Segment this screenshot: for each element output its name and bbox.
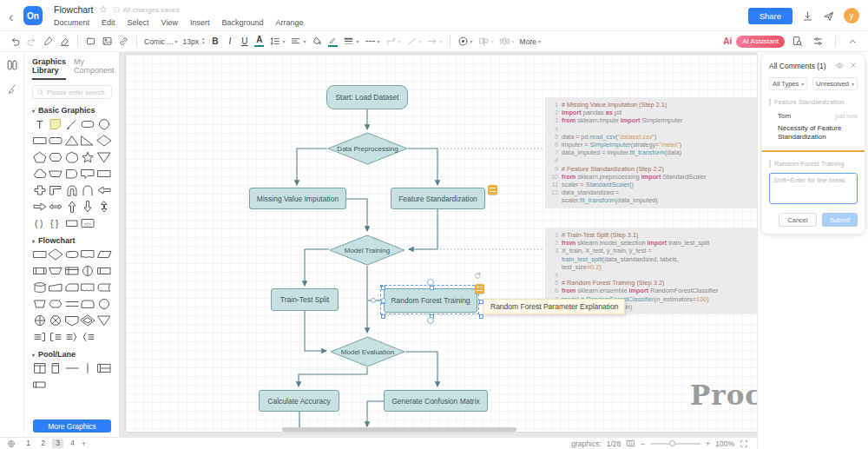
flow-node-ca[interactable]: Calculate Accuracy [259, 390, 339, 412]
connection-port[interactable] [371, 298, 376, 303]
comment-marker-icon[interactable] [488, 185, 497, 195]
shape-wavydoc[interactable] [80, 281, 95, 294]
shape-parallel[interactable] [64, 297, 80, 310]
flow-node-tts[interactable]: Train-Test Split [271, 288, 339, 311]
fullscreen-icon[interactable] [740, 439, 748, 448]
shape-merge[interactable] [96, 314, 112, 327]
shape-anno2[interactable] [48, 330, 63, 343]
theme-button[interactable]: ▾ [455, 33, 476, 50]
menu-insert[interactable]: Insert [190, 18, 210, 27]
section-header-flowchart[interactable]: ▾Flowchart [32, 236, 112, 245]
comment-input[interactable] [769, 173, 858, 204]
shape-preparation[interactable] [48, 297, 63, 310]
shape-code[interactable]: </> [80, 216, 95, 229]
connection-port[interactable] [381, 298, 386, 303]
filter-status-select[interactable]: Unresolved▾ [812, 77, 858, 90]
shape-text[interactable]: T [32, 117, 48, 130]
insert-link-button[interactable] [115, 33, 132, 50]
menu-document[interactable]: Document [54, 18, 89, 27]
submit-button[interactable]: Submit [822, 213, 858, 227]
avatar[interactable]: y [844, 8, 859, 23]
shape-rectbar[interactable] [96, 264, 112, 277]
shape-process[interactable] [32, 248, 48, 261]
shape-rect2[interactable] [96, 167, 112, 180]
menu-view[interactable]: View [161, 18, 178, 27]
page-tab-1[interactable]: 1 [23, 439, 34, 448]
shape-manualinput[interactable] [48, 281, 63, 294]
shape-triangle[interactable] [64, 134, 80, 147]
zoom-in-button[interactable]: + [706, 439, 710, 448]
shape-pentagon[interactable] [32, 150, 48, 163]
rotate-handle-icon[interactable] [473, 271, 482, 280]
shape-circle[interactable] [96, 117, 112, 130]
italic-button[interactable]: I [222, 33, 237, 50]
shape-rect[interactable] [32, 134, 48, 147]
download-icon[interactable] [802, 10, 813, 22]
app-logo[interactable]: On [23, 6, 43, 25]
section-header-pool-lane[interactable]: ▾Pool/Lane [32, 350, 112, 359]
shape-predefined[interactable] [32, 264, 48, 277]
menu-background[interactable]: Background [221, 18, 263, 27]
shape-circle2[interactable] [96, 297, 112, 310]
shape-data[interactable] [96, 248, 112, 261]
shape-laneh[interactable] [32, 378, 48, 391]
insert-shape-button[interactable] [82, 33, 99, 50]
page-tab-3[interactable]: 3 [52, 439, 63, 448]
shape-halfround[interactable] [64, 167, 80, 180]
selection-handle[interactable] [479, 314, 483, 319]
menu-edit[interactable]: Edit [102, 18, 115, 27]
font-size-button[interactable]: 13px▲▼ [181, 33, 208, 50]
shape-linev[interactable] [80, 361, 95, 374]
shape-hexagon[interactable] [48, 150, 63, 163]
shape-decisioninner[interactable] [80, 314, 95, 327]
shape-anno4[interactable] [80, 330, 95, 343]
shape-poolv[interactable] [32, 361, 48, 374]
send-icon[interactable] [823, 10, 834, 22]
flow-node-mvi[interactable]: Missing Value Imputation [249, 188, 346, 209]
code-note-1[interactable]: 1# Missing Value Imputation (Step 2.1)2i… [545, 97, 757, 208]
filter-type-select[interactable]: All Types▾ [769, 77, 807, 90]
shape-arch2[interactable] [80, 183, 95, 196]
font-family-button[interactable]: Comic ...▾ [141, 33, 181, 50]
flow-node-start[interactable]: Start: Load Dataset [326, 85, 408, 109]
close-icon[interactable] [849, 61, 858, 70]
shape-arrowdown[interactable] [80, 200, 95, 213]
shape-brace[interactable]: { } [48, 216, 63, 229]
shape-lanev[interactable] [48, 361, 63, 374]
font-color-button[interactable]: A [252, 33, 266, 50]
horizontal-scrollbar[interactable] [282, 427, 516, 432]
clear-canvas-icon[interactable] [6, 83, 17, 95]
shape-invtriangle[interactable] [96, 150, 112, 163]
more-button[interactable]: More▾ [517, 33, 543, 50]
line-width-button[interactable]: ▾ [340, 33, 361, 50]
library-panel-icon[interactable] [6, 59, 18, 71]
find-replace-button[interactable] [789, 33, 806, 50]
star-icon[interactable] [99, 5, 108, 14]
shape-arrowright[interactable] [32, 200, 48, 213]
format-painter-button[interactable] [40, 33, 56, 50]
canvas[interactable]: ProcessOn Start: Load DatasetData Prepro… [120, 52, 757, 437]
insert-image-button[interactable] [99, 33, 115, 50]
shape-anno1[interactable] [32, 330, 48, 343]
connection-port[interactable] [427, 279, 434, 286]
underline-button[interactable]: U [237, 33, 252, 50]
ai-assistant-badge[interactable]: AI Assistant [736, 36, 785, 48]
shape-star[interactable] [80, 150, 95, 163]
adjust-settings-button[interactable] [810, 33, 826, 50]
shape-paren[interactable]: ( ) [32, 216, 48, 229]
text-align-button[interactable]: ▾ [287, 33, 308, 50]
shape-callout[interactable] [80, 167, 95, 180]
shape-summing[interactable] [48, 314, 63, 327]
shape-circleline[interactable] [80, 264, 95, 277]
shape-display[interactable] [64, 314, 80, 327]
shape-arrowupdown[interactable] [96, 200, 112, 213]
shape-arrowdouble[interactable] [48, 200, 63, 213]
shape-trapdown[interactable] [32, 297, 48, 310]
add-page-button[interactable]: + [82, 439, 86, 448]
flow-node-me[interactable]: Model Evaluation [330, 336, 405, 367]
shape-cross[interactable] [32, 183, 48, 196]
section-header-basic-graphics[interactable]: ▾Basic Graphics [32, 106, 112, 115]
menu-select[interactable]: Select [128, 18, 149, 27]
menu-arrange[interactable]: Arrange [275, 18, 303, 27]
fill-color-button[interactable] [308, 33, 325, 50]
